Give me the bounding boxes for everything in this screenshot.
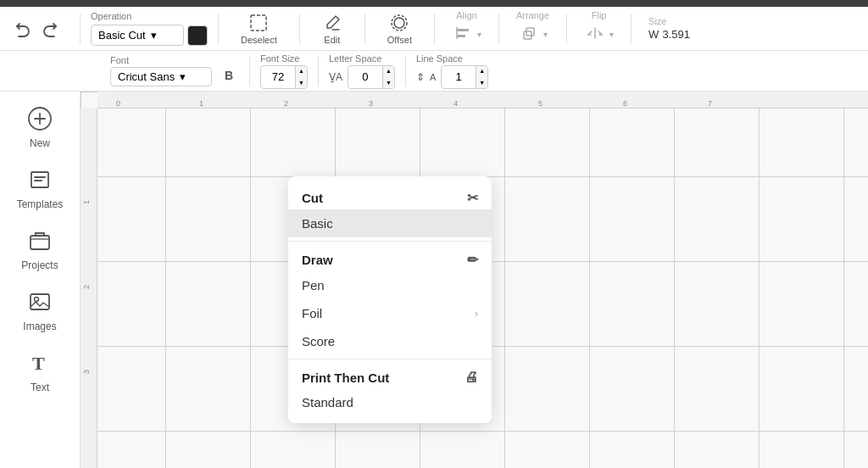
operation-value: Basic Cut	[98, 29, 146, 42]
bold-button[interactable]: B	[219, 65, 239, 88]
edit-icon	[322, 13, 342, 33]
flip-button[interactable]	[584, 22, 606, 47]
letter-space-field[interactable]	[348, 70, 382, 83]
svg-point-1	[394, 18, 404, 28]
size-label: Size	[648, 16, 690, 26]
sidebar-item-templates-label: Templates	[17, 198, 64, 210]
font-size-down[interactable]: ▼	[296, 77, 307, 89]
score-label: Score	[302, 334, 335, 348]
size-section: Size W 3.591	[642, 16, 690, 41]
font-label: Font	[110, 55, 212, 65]
arrange-section: Arrange ▾	[509, 10, 556, 47]
font-size-stepper: ▲ ▼	[295, 65, 307, 89]
divider1	[80, 14, 81, 44]
scissors-icon: ✂	[467, 190, 478, 206]
divider9	[249, 56, 250, 86]
offset-label: Offset	[387, 35, 412, 45]
svg-rect-0	[251, 15, 266, 31]
arrange-button[interactable]	[518, 22, 540, 47]
deselect-button[interactable]: Deselect	[236, 9, 282, 48]
deselect-section: Deselect	[229, 9, 289, 48]
canvas-area: 0 1 2 3 4 5 6 7 1 2 3 Cut ✂	[81, 92, 868, 468]
align-left-button[interactable]	[452, 22, 474, 47]
divider11	[405, 56, 406, 86]
standard-label: Standard	[302, 395, 353, 410]
divider6	[498, 14, 499, 44]
operation-select-wrap: Basic Cut ▾	[91, 25, 208, 46]
divider3	[299, 14, 300, 44]
sidebar-item-templates[interactable]: Templates	[0, 156, 80, 217]
svg-text:B: B	[225, 69, 233, 82]
line-space-field[interactable]	[442, 70, 476, 83]
svg-rect-3	[457, 29, 469, 31]
size-input-wrap: W 3.591	[648, 28, 690, 41]
sidebar: New Templates	[0, 92, 81, 468]
letter-space-label: Letter Space	[329, 53, 395, 64]
menu-item-standard[interactable]: Standard	[288, 388, 492, 416]
svg-rect-14	[31, 236, 49, 249]
print-then-cut-label: Print Then Cut	[302, 370, 389, 385]
toolbar-row1: Operation Basic Cut ▾ Deselect	[0, 7, 868, 51]
menu-item-basic[interactable]: Basic	[288, 209, 492, 237]
sidebar-item-text-label: Text	[31, 382, 49, 393]
line-space-letter-icon: A	[430, 72, 436, 82]
letter-space-stepper: ▲ ▼	[382, 65, 394, 89]
letter-space-down[interactable]: ▼	[383, 77, 394, 89]
arrange-label: Arrange	[516, 10, 549, 20]
ruler-tick-2: 2	[282, 99, 288, 108]
ruler-tick-v-2: 2	[82, 285, 91, 289]
letter-space-up[interactable]: ▲	[383, 65, 394, 77]
letter-space-input[interactable]: ▲ ▼	[348, 65, 395, 89]
svg-rect-15	[31, 294, 49, 309]
sidebar-item-text[interactable]: T Text	[0, 339, 80, 400]
projects-icon	[26, 227, 53, 254]
deselect-icon	[248, 13, 269, 33]
align-dropdown-arrow: ▾	[477, 30, 481, 39]
font-select[interactable]: Cricut Sans ▾	[110, 67, 212, 86]
letter-space-section: Letter Space V̱A ▲ ▼	[329, 53, 395, 89]
menu-item-score[interactable]: Score	[288, 327, 492, 355]
offset-button[interactable]: Offset	[382, 9, 417, 48]
ruler-tick-v-1: 1	[82, 200, 91, 204]
menu-item-foil[interactable]: Foil ›	[288, 299, 492, 327]
pen-label: Pen	[302, 278, 325, 292]
redo-icon	[42, 20, 59, 37]
svg-rect-13	[34, 180, 42, 181]
letter-space-icon: V̱A	[329, 71, 342, 83]
section-divider-2	[288, 359, 492, 359]
color-swatch[interactable]	[187, 25, 208, 46]
sidebar-item-projects[interactable]: Projects	[0, 217, 80, 278]
edit-button[interactable]: Edit	[317, 9, 348, 48]
sidebar-item-new-label: New	[30, 137, 50, 149]
sidebar-item-projects-label: Projects	[21, 259, 58, 271]
redo-button[interactable]	[39, 17, 63, 41]
line-space-up[interactable]: ▲	[476, 65, 487, 77]
plus-icon	[26, 105, 53, 132]
printer-icon: 🖨	[465, 370, 478, 385]
sidebar-item-new[interactable]: New	[0, 95, 80, 156]
font-size-input[interactable]: ▲ ▼	[260, 65, 308, 89]
divider10	[318, 56, 319, 86]
font-size-up[interactable]: ▲	[296, 65, 307, 77]
line-space-down[interactable]: ▼	[476, 77, 487, 89]
print-then-cut-section-header: Print Then Cut 🖨	[288, 363, 492, 388]
cut-label: Cut	[302, 191, 323, 205]
line-space-label: Line Space	[416, 53, 488, 64]
flip-label: Flip	[592, 10, 607, 20]
menu-item-pen[interactable]: Pen	[288, 271, 492, 299]
sidebar-item-images[interactable]: Images	[0, 278, 80, 339]
undo-button[interactable]	[10, 17, 34, 41]
ruler-tick-3: 3	[367, 99, 373, 108]
line-space-input[interactable]: ▲ ▼	[441, 65, 488, 89]
flip-section: Flip ▾	[577, 10, 620, 47]
offset-section: Offset	[376, 9, 424, 48]
foil-arrow: ›	[475, 308, 478, 320]
draw-section-header: Draw ✏	[288, 245, 492, 271]
operation-select[interactable]: Basic Cut ▾	[91, 25, 184, 46]
ruler-tick-7: 7	[706, 99, 712, 108]
undo-icon	[14, 20, 31, 37]
font-size-field[interactable]	[261, 70, 295, 83]
flip-icon	[587, 25, 604, 42]
bold-icon: B	[221, 68, 236, 83]
ruler-horizontal: 0 1 2 3 4 5 6 7	[97, 92, 868, 109]
